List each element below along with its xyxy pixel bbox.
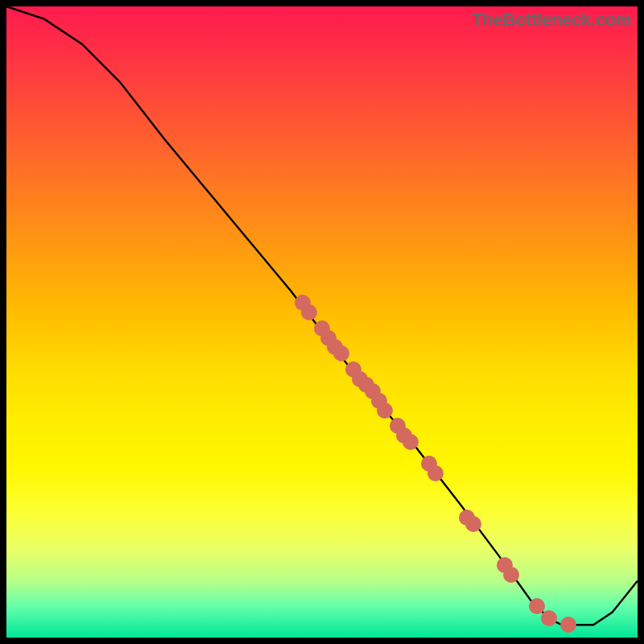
data-point-marker: [529, 598, 545, 614]
data-point-marker: [427, 465, 444, 481]
plot-area: TheBottleneck.com: [6, 6, 638, 638]
data-point-marker: [402, 434, 419, 450]
data-point-marker: [541, 610, 557, 626]
data-point-marker: [333, 345, 349, 361]
data-point-marker: [377, 402, 393, 419]
data-point-marker: [560, 617, 576, 633]
chart-container: TheBottleneck.com: [0, 0, 644, 644]
data-point-marker: [301, 304, 317, 320]
bottleneck-curve: [6, 6, 638, 625]
data-point-marker: [465, 516, 481, 532]
data-point-marker: [503, 567, 519, 583]
